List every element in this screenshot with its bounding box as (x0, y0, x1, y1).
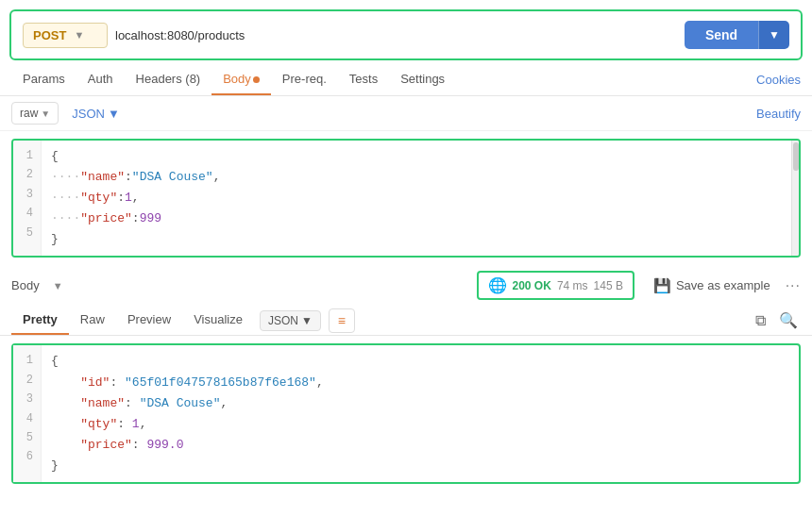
search-button[interactable]: 🔍 (776, 308, 801, 332)
url-input[interactable] (115, 25, 677, 46)
method-label: POST (33, 28, 66, 42)
send-button-group: Send ▼ (685, 21, 789, 49)
request-scrollbar[interactable] (791, 141, 799, 256)
response-label: Body (11, 278, 40, 292)
type-select[interactable]: JSON ▼ (64, 103, 127, 125)
request-code-content[interactable]: { ····"name":"DSA Couse", ····"qty":1, ·… (42, 141, 799, 256)
tab-tests[interactable]: Tests (338, 64, 389, 95)
format-chevron-icon: ▼ (41, 108, 50, 119)
type-label: JSON (72, 107, 105, 121)
resp-tab-visualize[interactable]: Visualize (182, 306, 254, 335)
request-tabs: Params Auth Headers (8) Body Pre-req. Te… (0, 64, 812, 96)
req-line-5: } (51, 229, 789, 250)
request-body-editor[interactable]: 1 2 3 4 5 { ····"name":"DSA Couse", ····… (11, 139, 801, 258)
more-options-button[interactable]: ··· (786, 277, 801, 294)
cookies-link[interactable]: Cookies (756, 73, 801, 87)
url-bar: POST ▼ Send ▼ (9, 9, 803, 60)
tab-auth[interactable]: Auth (76, 64, 125, 95)
tab-params[interactable]: Params (11, 64, 76, 95)
format-label: raw (20, 107, 38, 120)
status-badge: 🌐 200 OK 74 ms 145 B (477, 271, 634, 300)
req-line-4: ····"price":999 (51, 208, 789, 229)
filter-icon-button[interactable]: ≡ (329, 308, 355, 333)
resp-line-1: { (51, 351, 789, 372)
save-example-label: Save as example (676, 278, 770, 292)
tab-settings[interactable]: Settings (389, 64, 456, 95)
resp-line-4: "qty": 1, (51, 414, 789, 435)
response-label-chevron-icon[interactable]: ▼ (53, 280, 63, 291)
method-chevron-icon: ▼ (74, 29, 84, 41)
req-line-1: { (51, 146, 789, 167)
response-right-actions: ⧉ 🔍 (753, 308, 801, 332)
tab-prereq[interactable]: Pre-req. (271, 64, 338, 95)
response-tabs: Pretty Raw Preview Visualize JSON ▼ ≡ ⧉ … (0, 306, 812, 336)
body-toolbar: raw ▼ JSON ▼ Beautify (0, 96, 812, 131)
response-format-label: JSON (268, 314, 298, 327)
response-code-content: { "id": "65f01f047578165b87f6e168", "nam… (42, 345, 799, 482)
tab-body[interactable]: Body (211, 64, 271, 95)
response-body-editor: 1 2 3 4 5 6 { "id": "65f01f047578165b87f… (11, 343, 801, 484)
response-format-select[interactable]: JSON ▼ (260, 310, 321, 331)
copy-button[interactable]: ⧉ (753, 309, 769, 332)
resp-tab-preview[interactable]: Preview (116, 306, 182, 335)
resp-line-3: "name": "DSA Couse", (51, 393, 789, 414)
response-format-chevron-icon: ▼ (301, 314, 313, 327)
resp-line-6: } (51, 456, 789, 476)
resp-line-2: "id": "65f01f047578165b87f6e168", (51, 373, 789, 393)
save-icon: 💾 (653, 277, 671, 294)
response-bar: Body ▼ 🌐 200 OK 74 ms 145 B 💾 Save as ex… (0, 265, 812, 306)
response-line-numbers: 1 2 3 4 5 6 (13, 345, 42, 482)
globe-icon: 🌐 (488, 276, 507, 294)
req-line-3: ····"qty":1, (51, 188, 789, 208)
resp-tab-raw[interactable]: Raw (69, 306, 116, 335)
req-line-2: ····"name":"DSA Couse", (51, 167, 789, 188)
tab-headers[interactable]: Headers (8) (125, 64, 212, 95)
status-ok-text: 200 OK (513, 279, 551, 292)
request-scrollbar-thumb[interactable] (793, 142, 799, 171)
format-select[interactable]: raw ▼ (11, 102, 59, 125)
request-line-numbers: 1 2 3 4 5 (13, 141, 42, 256)
send-dropdown-button[interactable]: ▼ (758, 21, 789, 49)
send-button[interactable]: Send (685, 21, 758, 49)
type-chevron-icon: ▼ (108, 107, 120, 121)
response-size: 145 B (594, 279, 623, 292)
method-select[interactable]: POST ▼ (23, 23, 108, 48)
resp-line-5: "price": 999.0 (51, 435, 789, 456)
body-active-dot (253, 76, 260, 83)
save-as-example-button[interactable]: 💾 Save as example (653, 277, 770, 294)
response-time: 74 ms (557, 279, 588, 292)
resp-tab-pretty[interactable]: Pretty (11, 306, 69, 335)
beautify-button[interactable]: Beautify (756, 107, 801, 121)
